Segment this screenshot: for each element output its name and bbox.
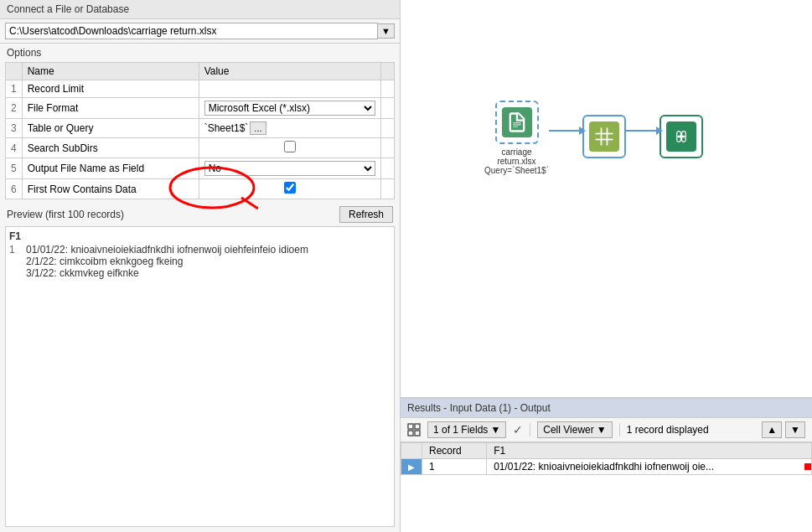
row-num-2: 2 bbox=[6, 98, 23, 119]
right-panel: carriagereturn.xlsxQuery=`Sheet1$` bbox=[401, 0, 812, 532]
row-scroll-3 bbox=[381, 119, 395, 138]
node-input-label: carriagereturn.xlsxQuery=`Sheet1$` bbox=[484, 147, 549, 175]
nav-up-btn[interactable]: ▲ bbox=[762, 421, 782, 438]
svg-rect-10 bbox=[408, 431, 413, 436]
col-header-f1: F1 bbox=[487, 443, 812, 459]
connector-1 bbox=[549, 130, 582, 132]
f1-value-cell: 01/01/22: knioaivneioiekiadfnkdhi iofnen… bbox=[487, 459, 812, 475]
file-format-select[interactable]: Microsoft Excel (*.xlsx) bbox=[204, 101, 375, 116]
table-row: 4 Search SubDirs bbox=[6, 138, 395, 158]
record-count-label: 1 record displayed bbox=[627, 424, 709, 436]
row-num-4: 4 bbox=[6, 138, 23, 158]
table-row: 6 First Row Contains Data bbox=[6, 179, 395, 199]
row-scroll-1 bbox=[381, 80, 395, 98]
grid-view-btn[interactable] bbox=[407, 423, 421, 436]
row-value-3: `Sheet1$` ... bbox=[199, 119, 380, 138]
cell-viewer-arrow: ▼ bbox=[597, 424, 607, 436]
row-scroll-4 bbox=[381, 138, 395, 158]
svg-rect-7 bbox=[677, 135, 685, 137]
row-name-5: Output File Name as Field bbox=[22, 158, 199, 179]
results-panel: Results - Input Data (1) - Output 1 of 1… bbox=[401, 398, 812, 532]
first-row-contains-data-checkbox[interactable] bbox=[284, 182, 296, 194]
preview-section: Preview (first 100 records) Refresh F1 1… bbox=[0, 203, 400, 532]
toolbar-separator-2 bbox=[619, 423, 620, 436]
options-label: Options bbox=[0, 44, 400, 62]
table-row: 2 File Format Microsoft Excel (*.xlsx) bbox=[6, 98, 395, 119]
f1-value: 01/01/22: knioaivneioiekiadfnkdhi iofnen… bbox=[494, 461, 714, 473]
row-value-5: No bbox=[199, 158, 380, 179]
cell-viewer-label: Cell Viewer bbox=[543, 424, 593, 436]
nav-down-btn[interactable]: ▼ bbox=[785, 421, 805, 438]
row-value-6 bbox=[199, 179, 380, 199]
row-num-3: 3 bbox=[6, 119, 23, 138]
table-icon bbox=[589, 121, 619, 152]
row-num-5: 5 bbox=[6, 158, 23, 179]
preview-header: Preview (first 100 records) Refresh bbox=[0, 203, 400, 226]
row-scroll-6 bbox=[381, 179, 395, 199]
row-scroll-5 bbox=[381, 158, 395, 179]
preview-line-3: 3/1/22: ckkmvkeg eifknke bbox=[26, 267, 308, 279]
results-table: Record F1 ▶ 1 01/01/22: knioaivneioiekia… bbox=[401, 442, 812, 475]
list-item: 1 01/01/22: knioaivneioiekiadfnkdhi iofn… bbox=[9, 244, 390, 279]
row-scroll-2 bbox=[381, 98, 395, 119]
row-value-1 bbox=[199, 80, 380, 98]
svg-rect-9 bbox=[415, 424, 420, 429]
grid-icon bbox=[407, 423, 421, 436]
checkmark-icon: ✓ bbox=[513, 423, 523, 436]
left-panel: Connect a File or Database ▼ Options Nam… bbox=[0, 0, 401, 532]
node-browse[interactable] bbox=[659, 115, 703, 162]
col-header-index bbox=[401, 443, 422, 459]
col-name-header: Name bbox=[22, 63, 199, 80]
col-header-record: Record bbox=[422, 443, 487, 459]
options-table: Name Value 1 Record Limit 2 File Format bbox=[5, 62, 395, 199]
row-name-3: Table or Query bbox=[22, 119, 199, 138]
col-num-header bbox=[6, 63, 23, 80]
fields-dropdown-arrow: ▼ bbox=[490, 424, 500, 436]
options-section: Options Name Value 1 Record Limit bbox=[0, 44, 400, 199]
search-subdirs-checkbox[interactable] bbox=[284, 141, 296, 152]
file-path-row: ▼ bbox=[0, 19, 400, 44]
row-value-4 bbox=[199, 138, 380, 158]
preview-col-header: F1 bbox=[9, 230, 390, 242]
row-num-1: 1 bbox=[6, 80, 23, 98]
preview-line-2: 2/1/22: cimkcoibm eknkgoeg fkeing bbox=[26, 256, 308, 267]
refresh-button[interactable]: Refresh bbox=[339, 206, 393, 223]
file-path-dropdown-btn[interactable]: ▼ bbox=[378, 23, 395, 39]
connect-header-label: Connect a File or Database bbox=[7, 3, 129, 15]
binoculars-icon bbox=[666, 121, 696, 152]
svg-rect-8 bbox=[408, 424, 413, 429]
canvas-area[interactable]: carriagereturn.xlsxQuery=`Sheet1$` bbox=[401, 0, 812, 398]
row-name-1: Record Limit bbox=[22, 80, 199, 98]
red-indicator bbox=[804, 463, 811, 470]
workflow-container: carriagereturn.xlsxQuery=`Sheet1$` bbox=[484, 101, 703, 175]
toolbar-separator bbox=[530, 423, 530, 436]
connector-2 bbox=[626, 130, 659, 132]
row-num-6: 6 bbox=[6, 179, 23, 199]
connect-header: Connect a File or Database bbox=[0, 0, 400, 19]
svg-rect-2 bbox=[596, 127, 613, 145]
row-name-2: File Format bbox=[22, 98, 199, 119]
node-input[interactable]: carriagereturn.xlsxQuery=`Sheet1$` bbox=[484, 101, 549, 175]
col-value-header: Value bbox=[199, 63, 380, 80]
results-header: Results - Input Data (1) - Output bbox=[401, 399, 812, 418]
nav-arrows: ▲ ▼ bbox=[762, 421, 805, 438]
book-icon bbox=[502, 107, 532, 137]
output-filename-select[interactable]: No bbox=[204, 161, 375, 176]
cell-viewer-button[interactable]: Cell Viewer ▼ bbox=[537, 421, 612, 438]
preview-header-label: Preview (first 100 records) bbox=[7, 209, 124, 220]
table-row: 1 Record Limit bbox=[6, 80, 395, 98]
table-query-ellipsis-btn[interactable]: ... bbox=[250, 121, 266, 135]
record-num-cell: 1 bbox=[422, 459, 487, 475]
fields-button[interactable]: 1 of 1 Fields ▼ bbox=[427, 421, 506, 438]
preview-row-content: 01/01/22: knioaivneioiekiadfnkdhi iofnen… bbox=[26, 244, 308, 279]
node-table[interactable] bbox=[582, 115, 626, 162]
scrollbar-header bbox=[381, 63, 395, 80]
table-row: ▶ 1 01/01/22: knioaivneioiekiadfnkdhi io… bbox=[401, 459, 812, 475]
table-query-value: `Sheet1$` bbox=[204, 122, 249, 134]
preview-content: F1 1 01/01/22: knioaivneioiekiadfnkdhi i… bbox=[5, 226, 395, 527]
row-name-4: Search SubDirs bbox=[22, 138, 199, 158]
preview-line-1: 01/01/22: knioaivneioiekiadfnkdhi iofnen… bbox=[26, 244, 308, 256]
table-row: 5 Output File Name as Field No bbox=[6, 158, 395, 179]
file-path-input[interactable] bbox=[5, 23, 378, 39]
record-icon-cell: ▶ bbox=[401, 459, 422, 475]
